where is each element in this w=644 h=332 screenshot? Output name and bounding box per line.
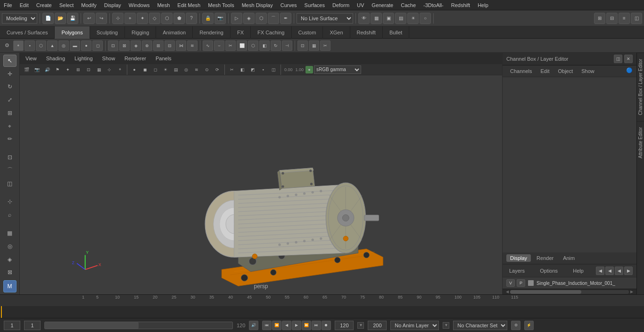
frame-start-input[interactable] <box>4 321 20 330</box>
cb-tab-edit[interactable]: Edit <box>537 67 553 75</box>
snap-curve-btn[interactable]: ⌒ <box>3 164 17 177</box>
tab-polygons[interactable]: Polygons <box>55 26 90 39</box>
viewport-shading-menu[interactable]: Shading <box>44 55 67 62</box>
layout-btn1[interactable]: ⊞ <box>594 13 605 24</box>
menu-redshift[interactable]: Redshift <box>447 1 474 9</box>
viewport-lighting-menu[interactable]: Lighting <box>73 55 95 62</box>
menu-help[interactable]: Help <box>474 1 492 9</box>
menu-mesh-tools[interactable]: Mesh Tools <box>204 1 238 9</box>
vertex-btn[interactable]: ⊹ <box>105 65 114 74</box>
undo-btn[interactable]: ↩ <box>83 13 95 24</box>
step-fwd-btn[interactable]: ⏩ <box>302 321 311 330</box>
right-tab-channel-box[interactable]: Channel Box / Layer Editor <box>637 53 644 121</box>
layout-btn4[interactable]: ◫ <box>631 13 642 24</box>
scroll-right-icon[interactable]: ▶ <box>629 289 635 295</box>
cb-tab-object[interactable]: Object <box>554 67 577 75</box>
layer-scrollbar[interactable]: ◀ ▶ <box>503 289 636 294</box>
frame-end-expand-btn[interactable]: ▼ <box>357 322 364 329</box>
layer-tab-options[interactable]: Options <box>537 267 561 275</box>
ipr-btn[interactable]: ◈ <box>243 13 255 24</box>
smooth-shade-btn[interactable]: ● <box>130 65 139 74</box>
pipe-btn[interactable]: ◻ <box>92 40 103 51</box>
step-back-btn[interactable]: ⏪ <box>272 321 281 330</box>
camera-btn[interactable]: 📷 <box>215 13 226 24</box>
tab-bullet[interactable]: Bullet <box>383 26 410 39</box>
record-btn[interactable]: ⏺ <box>322 321 331 330</box>
tab-curves-surfaces[interactable]: Curves / Surfaces <box>0 26 55 39</box>
isolate-btn[interactable]: ⚑ <box>53 65 62 74</box>
menu-edit-mesh[interactable]: Edit Mesh <box>173 1 204 9</box>
wireframe-vp-btn[interactable]: ◻ <box>150 65 160 74</box>
scrollbar-thumb[interactable] <box>510 290 581 294</box>
fill-btn[interactable]: ⬜ <box>237 40 247 51</box>
tab-animation[interactable]: Animation <box>156 26 193 39</box>
save-file-btn[interactable]: 💾 <box>67 13 78 24</box>
frame-current-input[interactable] <box>24 321 41 330</box>
select-tool-btn[interactable]: ↖ <box>3 55 17 67</box>
layer-tab-layers[interactable]: Layers <box>506 267 528 275</box>
bridge-btn[interactable]: ⊠ <box>119 40 130 51</box>
ep-curve-btn[interactable]: ⌣ <box>214 40 224 51</box>
tab-rigging[interactable]: Rigging <box>125 26 156 39</box>
anim-layer-select[interactable]: No Anim Layer <box>390 321 439 330</box>
smooth-btn[interactable]: ≋ <box>187 40 198 51</box>
lasso-sel-btn[interactable]: ⌕ <box>3 209 17 221</box>
play-fwd-btn[interactable]: ▶ <box>292 321 301 330</box>
cone-btn[interactable]: ▲ <box>47 40 58 51</box>
separate-btn[interactable]: ⊟ <box>165 40 175 51</box>
go-start-btn[interactable]: ⏮ <box>262 321 272 330</box>
cut-btn[interactable]: ✂ <box>225 40 236 51</box>
lasso-tool[interactable]: ⌖ <box>124 13 136 24</box>
paint-select-btn[interactable]: ✏ <box>3 133 17 145</box>
viewport-renderer-menu[interactable]: Renderer <box>123 55 148 62</box>
soft-select-btn[interactable]: ⌖ <box>3 120 17 132</box>
film-gate-btn[interactable]: ◩ <box>248 65 257 74</box>
menu-mesh-display[interactable]: Mesh Display <box>238 1 277 9</box>
layout-btn3[interactable]: ≡ <box>619 13 630 24</box>
redo-btn[interactable]: ↪ <box>96 13 107 24</box>
render-btn[interactable]: ▷ <box>231 13 242 24</box>
layer-next-btn[interactable]: ◀ <box>605 267 614 275</box>
menu-cache[interactable]: Cache <box>397 1 420 9</box>
cam-prev-btn[interactable]: 🎬 <box>22 65 31 74</box>
menu-create[interactable]: Create <box>33 1 56 9</box>
cb-close-btn[interactable]: ✕ <box>624 55 633 63</box>
cube-btn[interactable]: ▪ <box>25 40 35 51</box>
frame-all-btn[interactable]: ⊡ <box>84 65 93 74</box>
texture-btn[interactable]: ▤ <box>395 13 406 24</box>
flat-shade-btn[interactable]: ◼ <box>140 65 149 74</box>
key-settings-btn[interactable]: ⚙ <box>511 321 520 330</box>
texture-vp-btn[interactable]: ▤ <box>171 65 181 74</box>
viewport-view-menu[interactable]: View <box>24 55 39 62</box>
tab-fx-caching[interactable]: FX Caching <box>251 26 291 39</box>
plane-btn[interactable]: ▬ <box>70 40 80 51</box>
highlight-btn[interactable]: ✦ <box>63 65 73 74</box>
range-end-input[interactable] <box>368 321 387 330</box>
menu-surfaces[interactable]: Surfaces <box>301 1 329 9</box>
display-tab-anim[interactable]: Anim <box>559 254 578 262</box>
frame-sel-btn[interactable]: ⊞ <box>74 65 83 74</box>
shape-tool[interactable]: ◇ <box>149 13 160 24</box>
extrude-btn[interactable]: ⊡ <box>108 40 118 51</box>
go-end-btn[interactable]: ⏭ <box>312 321 321 330</box>
anim-layer-expand-btn[interactable]: ▼ <box>443 322 449 329</box>
menu-select[interactable]: Select <box>56 1 78 9</box>
move-tool-btn[interactable]: ✛ <box>3 68 17 80</box>
colorspace-btn[interactable]: ● <box>305 66 313 73</box>
cb-tab-show[interactable]: Show <box>578 67 598 75</box>
aa-btn[interactable]: ⟳ <box>213 65 222 74</box>
menu-generate[interactable]: Generate <box>368 1 397 9</box>
merge-btn[interactable]: ⊕ <box>142 40 152 51</box>
grid-btn[interactable]: ▦ <box>94 65 104 74</box>
snap-pt-btn[interactable]: 🔒 <box>202 13 214 24</box>
shaded-btn[interactable]: ▣ <box>383 13 394 24</box>
camera-view-btn[interactable]: ⊠ <box>3 266 17 278</box>
select-tool[interactable]: ⊹ <box>112 13 124 24</box>
rotate-tool-btn[interactable]: ↻ <box>3 81 17 93</box>
tab-xgen[interactable]: XGen <box>323 26 350 39</box>
tab-rendering[interactable]: Rendering <box>193 26 231 39</box>
menu-file[interactable]: File <box>0 1 16 9</box>
paint-tool[interactable]: ✦ <box>137 13 148 24</box>
maya-logo-btn[interactable]: M <box>3 280 17 292</box>
menu-uv[interactable]: UV <box>353 1 368 9</box>
